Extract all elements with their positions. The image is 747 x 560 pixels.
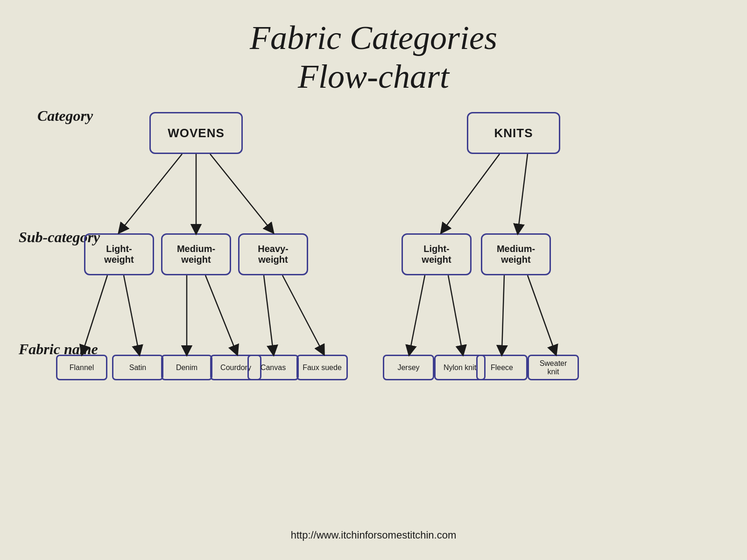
- fabric-jersey: Jersey: [383, 355, 434, 380]
- knits-sub-mediumweight: Medium-weight: [481, 233, 551, 275]
- fabric-canvas: Canvas: [247, 355, 299, 380]
- wovens-root-box: WOVENS: [149, 112, 243, 154]
- fabric-fleece: Fleece: [476, 355, 528, 380]
- fabric-sweater-knit: Sweaterknit: [528, 355, 579, 380]
- svg-line-10: [518, 154, 528, 230]
- svg-line-0: [121, 154, 182, 230]
- fabric-denim: Denim: [161, 355, 212, 380]
- svg-line-4: [124, 275, 139, 351]
- fabric-satin: Satin: [112, 355, 163, 380]
- fabric-faux-suede: Faux suede: [296, 355, 348, 380]
- svg-line-6: [205, 275, 236, 351]
- svg-line-9: [444, 154, 500, 230]
- svg-line-2: [210, 154, 271, 230]
- footer-url: http://www.itchinforsomestitchin.com: [0, 529, 747, 541]
- svg-line-11: [410, 275, 425, 351]
- svg-line-3: [83, 275, 107, 351]
- svg-line-12: [448, 275, 462, 351]
- knits-sub-lightweight: Light-weight: [402, 233, 472, 275]
- svg-line-8: [282, 275, 322, 351]
- category-label: Category: [37, 107, 93, 125]
- wovens-sub-mediumweight: Medium-weight: [161, 233, 231, 275]
- fabric-flannel: Flannel: [56, 355, 107, 380]
- page-title: Fabric Categories Flow-chart: [0, 0, 747, 96]
- wovens-sub-heavyweight: Heavy-weight: [238, 233, 308, 275]
- knits-root-box: KNITS: [467, 112, 560, 154]
- svg-line-14: [528, 275, 555, 351]
- wovens-sub-lightweight: Light-weight: [84, 233, 154, 275]
- svg-line-13: [502, 275, 504, 351]
- svg-line-7: [264, 275, 273, 351]
